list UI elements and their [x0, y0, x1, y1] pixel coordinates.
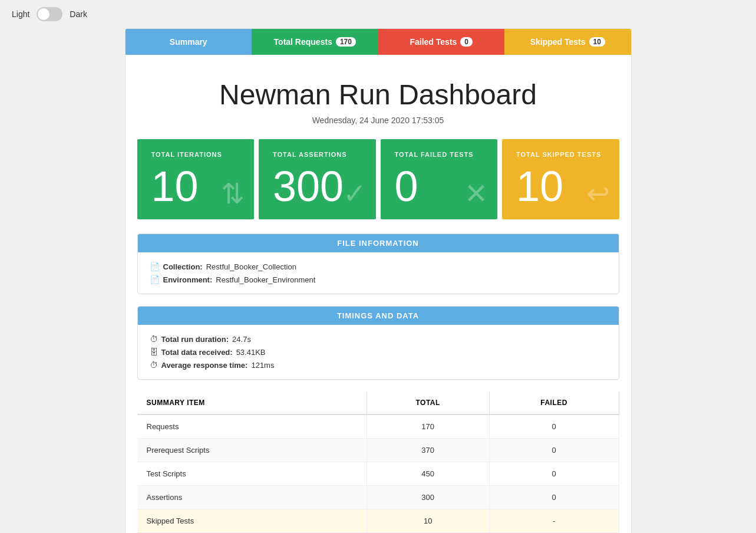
summary-table: SUMMARY ITEM TOTAL FAILED Requests1700Pr…: [137, 391, 619, 533]
theme-toggle[interactable]: [37, 7, 62, 21]
duration-value: 24.7s: [232, 335, 251, 344]
tab-failed-tests[interactable]: Failed Tests 0: [378, 29, 505, 55]
environment-label: Environment:: [163, 275, 213, 284]
row-item: Skipped Tests: [137, 509, 367, 533]
response-label: Average response time:: [161, 361, 248, 370]
row-total: 450: [367, 462, 489, 486]
col-total-header: TOTAL: [367, 391, 489, 414]
collection-icon: 📄: [150, 262, 160, 271]
stat-card-skipped: TOTAL SKIPPED TESTS 10 ↩: [502, 139, 619, 219]
assertions-icon: ✓: [343, 177, 367, 210]
skipped-icon: ↩: [586, 177, 610, 210]
row-failed: -: [489, 509, 619, 533]
dashboard-content: Newman Run Dashboard Wednesday, 24 June …: [126, 55, 631, 533]
col-item-header: SUMMARY ITEM: [137, 391, 367, 414]
duration-label: Total run duration:: [161, 335, 229, 344]
duration-icon: ⏱: [150, 334, 158, 344]
environment-icon: 📄: [150, 275, 160, 284]
file-info-body: 📄 Collection: Restful_Booker_Collection …: [138, 252, 619, 294]
stat-iterations-label: TOTAL ITERATIONS: [151, 151, 240, 158]
data-row: 🗄 Total data received: 53.41KB: [150, 347, 607, 357]
stat-card-assertions: TOTAL ASSERTIONS 300 ✓: [259, 139, 376, 219]
stat-card-iterations: TOTAL ITERATIONS 10 ⇅: [137, 139, 255, 219]
timings-section: TIMINGS AND DATA ⏱ Total run duration: 2…: [137, 306, 619, 380]
row-total: 10: [367, 509, 489, 533]
row-failed: 0: [489, 414, 619, 439]
dark-label: Dark: [70, 9, 87, 19]
table-row: Test Scripts4500: [137, 462, 619, 486]
tab-skipped-tests-badge: 10: [589, 37, 605, 47]
row-item: Prerequest Scripts: [137, 439, 367, 462]
table-header-row: SUMMARY ITEM TOTAL FAILED: [137, 391, 619, 414]
dashboard-date: Wednesday, 24 June 2020 17:53:05: [137, 116, 619, 125]
tab-summary-label: Summary: [170, 37, 207, 47]
collection-label: Collection:: [163, 262, 203, 271]
duration-row: ⏱ Total run duration: 24.7s: [150, 334, 607, 344]
failed-icon: ✕: [464, 177, 488, 210]
timings-header: TIMINGS AND DATA: [138, 307, 619, 325]
row-total: 370: [367, 439, 489, 462]
environment-row: 📄 Environment: Restful_Booker_Environmen…: [150, 275, 607, 284]
data-label: Total data received:: [161, 348, 233, 357]
response-value: 121ms: [251, 361, 274, 370]
col-failed-header: FAILED: [489, 391, 619, 414]
row-failed: 0: [489, 439, 619, 462]
file-info-section: FILE INFORMATION 📄 Collection: Restful_B…: [137, 233, 619, 294]
tab-failed-tests-label: Failed Tests: [410, 37, 457, 47]
tab-total-requests-label: Total Requests: [274, 37, 332, 47]
tab-summary[interactable]: Summary: [126, 29, 252, 55]
tabs-bar: Summary Total Requests 170 Failed Tests …: [126, 29, 631, 55]
row-failed: 0: [489, 486, 619, 509]
stats-row: TOTAL ITERATIONS 10 ⇅ TOTAL ASSERTIONS 3…: [137, 139, 619, 219]
tab-failed-tests-badge: 0: [460, 37, 473, 47]
row-total: 300: [367, 486, 489, 509]
stat-assertions-label: TOTAL ASSERTIONS: [273, 151, 362, 158]
top-bar: Light Dark: [0, 0, 756, 28]
dashboard-title: Newman Run Dashboard: [137, 78, 619, 111]
response-row: ⏱ Average response time: 121ms: [150, 360, 607, 370]
environment-value: Restful_Booker_Environment: [216, 275, 315, 284]
tab-total-requests-badge: 170: [336, 37, 356, 47]
table-row: Requests1700: [137, 414, 619, 439]
collection-row: 📄 Collection: Restful_Booker_Collection: [150, 262, 607, 271]
row-item: Test Scripts: [137, 462, 367, 486]
stat-skipped-label: TOTAL SKIPPED TESTS: [516, 151, 605, 158]
main-card: Summary Total Requests 170 Failed Tests …: [125, 28, 632, 533]
timings-body: ⏱ Total run duration: 24.7s 🗄 Total data…: [138, 325, 619, 379]
data-value: 53.41KB: [236, 348, 266, 357]
table-row: Assertions3000: [137, 486, 619, 509]
row-item: Assertions: [137, 486, 367, 509]
table-row: Prerequest Scripts3700: [137, 439, 619, 462]
tab-total-requests[interactable]: Total Requests 170: [252, 29, 378, 55]
row-failed: 0: [489, 462, 619, 486]
tab-skipped-tests[interactable]: Skipped Tests 10: [504, 29, 631, 55]
iterations-icon: ⇅: [221, 177, 245, 210]
table-row: Skipped Tests10-: [137, 509, 619, 533]
stat-card-failed: TOTAL FAILED TESTS 0 ✕: [381, 139, 498, 219]
light-label: Light: [12, 9, 29, 19]
collection-value: Restful_Booker_Collection: [206, 262, 296, 271]
response-icon: ⏱: [150, 360, 158, 370]
data-icon: 🗄: [150, 347, 158, 357]
tab-skipped-tests-label: Skipped Tests: [530, 37, 586, 47]
file-info-header: FILE INFORMATION: [138, 234, 619, 252]
row-total: 170: [367, 414, 489, 439]
stat-failed-label: TOTAL FAILED TESTS: [395, 151, 484, 158]
row-item: Requests: [137, 414, 367, 439]
